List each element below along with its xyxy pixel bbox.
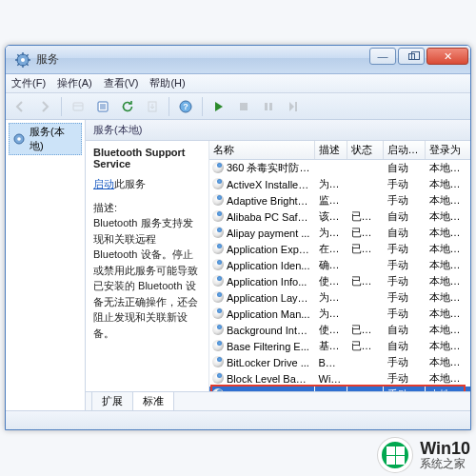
statusbar	[6, 410, 470, 429]
table-row[interactable]: Application Man...为通...手动本地系统	[209, 306, 470, 322]
tree-pane[interactable]: 服务(本地)	[6, 120, 86, 410]
cell-name: BitLocker Drive ...	[209, 354, 314, 370]
table-row[interactable]: ActiveX Installer ...为从...手动本地系统	[209, 176, 470, 192]
cell-logon: 本地服务	[425, 338, 470, 354]
cell-logon: 本地系统	[425, 354, 470, 370]
cell-startup: 手动	[383, 289, 425, 306]
cell-startup: 自动	[383, 160, 425, 177]
cell-startup: 手动	[383, 192, 425, 208]
cell-desc: 在应...	[314, 241, 347, 257]
cell-desc: Blue...	[314, 387, 347, 391]
table-row[interactable]: Block Level Back...Win...手动本地系统	[209, 370, 470, 387]
tree-item-services-local[interactable]: 服务(本地)	[9, 123, 82, 155]
table-row[interactable]: Adaptive Brightn...监视...手动本地服务	[209, 192, 470, 208]
table-row[interactable]: Alipay payment ...为支...已启动自动本地系统	[209, 225, 470, 241]
minimize-button[interactable]: —	[369, 48, 396, 65]
start-suffix: 此服务	[114, 178, 146, 189]
svg-rect-12	[265, 103, 268, 110]
main-content: Bluetooth Support Service 启动此服务 描述: Blue…	[86, 141, 470, 391]
cell-name: Block Level Back...	[209, 370, 314, 387]
cell-desc: 为从...	[314, 176, 347, 192]
watermark: Win10 系统之家	[378, 438, 470, 472]
table-row[interactable]: Base Filtering E...基本...已启动自动本地服务	[209, 338, 470, 354]
table-row[interactable]: Application Info...使用...已启动手动本地系统	[209, 273, 470, 289]
cell-startup: 手动	[383, 241, 425, 257]
cell-logon: 本地服务	[425, 192, 470, 208]
cell-status	[347, 370, 383, 387]
svg-text:?: ?	[183, 102, 188, 111]
stop-service-button	[233, 96, 254, 117]
menu-view[interactable]: 查看(V)	[104, 76, 139, 90]
tab-extended[interactable]: 扩展	[91, 392, 133, 410]
close-button[interactable]: ✕	[426, 48, 468, 65]
start-service-link[interactable]: 启动	[93, 178, 114, 189]
cell-name: Bluetooth Supp...	[209, 387, 314, 391]
cell-startup: 手动	[383, 257, 425, 273]
export-button	[142, 96, 163, 117]
start-service-button[interactable]	[208, 96, 229, 117]
cell-startup: 手动	[383, 354, 425, 370]
watermark-logo	[378, 438, 412, 472]
table-row[interactable]: Background Inte...使用...已启动自动本地系统	[209, 322, 470, 338]
col-name[interactable]: 名称	[209, 141, 314, 160]
properties-button[interactable]	[92, 96, 113, 117]
cell-logon: 本地系统	[425, 241, 470, 257]
menu-help[interactable]: 帮助(H)	[149, 76, 185, 90]
col-desc[interactable]: 描述	[314, 141, 347, 160]
col-startup[interactable]: 启动类型	[383, 141, 425, 160]
refresh-button[interactable]	[117, 96, 138, 117]
table-row[interactable]: 360 杀毒实时防护...自动本地系统	[209, 160, 470, 177]
cell-desc: 使用...	[314, 322, 347, 338]
table-row[interactable]: BitLocker Drive ...BDE...手动本地系统	[209, 354, 470, 370]
cell-startup: 手动	[383, 306, 425, 322]
table-row[interactable]: Alibaba PC Safe ...该服...已启动自动本地系统	[209, 208, 470, 225]
start-service-line: 启动此服务	[93, 177, 201, 191]
cell-desc: 为 In...	[314, 289, 347, 306]
col-logon[interactable]: 登录为	[425, 141, 470, 160]
cell-name: Alibaba PC Safe ...	[209, 208, 314, 225]
cell-name: Background Inte...	[209, 322, 314, 338]
toolbar-disabled-icon	[68, 96, 89, 117]
table-row[interactable]: Application Laye...为 In...手动本地服务	[209, 289, 470, 306]
view-tabs: 扩展 标准	[86, 391, 470, 410]
window-buttons: — ✕	[369, 48, 468, 65]
menu-action[interactable]: 操作(A)	[57, 76, 92, 90]
help-button[interactable]: ?	[175, 96, 196, 117]
titlebar[interactable]: 服务 — ✕	[6, 46, 470, 74]
col-status[interactable]: 状态	[347, 141, 383, 160]
cell-name: Application Iden...	[209, 257, 314, 273]
cell-name: Application Laye...	[209, 289, 314, 306]
back-button	[10, 96, 30, 117]
cell-status: 已启动	[347, 273, 383, 289]
cell-startup: 自动	[383, 208, 425, 225]
cell-logon: 本地系统	[425, 370, 470, 387]
forward-button	[34, 96, 55, 117]
desc-text: Bluetooth 服务支持发现和关联远程 Bluetooth 设备。停止或禁用…	[93, 215, 201, 341]
cell-name: ActiveX Installer ...	[209, 176, 314, 192]
cell-name: Adaptive Brightn...	[209, 192, 314, 208]
maximize-button[interactable]	[398, 48, 425, 65]
cell-status	[347, 306, 383, 322]
gear-icon	[12, 132, 26, 146]
description-pane: Bluetooth Support Service 启动此服务 描述: Blue…	[86, 141, 209, 391]
svg-rect-11	[240, 103, 248, 110]
services-list[interactable]: 名称 描述 状态 启动类型 登录为 360 杀毒实时防护...自动本地系统Act…	[209, 141, 470, 391]
svg-point-1	[21, 58, 25, 62]
cell-desc	[314, 160, 347, 177]
svg-point-16	[17, 137, 21, 141]
table-row[interactable]: Application Iden...确定...手动本地服务	[209, 257, 470, 273]
table-row[interactable]: Application Expe...在应...已启动手动本地系统	[209, 241, 470, 257]
cell-status	[347, 160, 383, 177]
cell-name: 360 杀毒实时防护...	[209, 160, 314, 177]
toolbar: ?	[6, 93, 470, 120]
cell-logon: 本地系统	[425, 176, 470, 192]
cell-startup: 手动	[383, 370, 425, 387]
cell-name: Base Filtering E...	[209, 338, 314, 354]
menu-file[interactable]: 文件(F)	[11, 76, 46, 90]
tab-standard[interactable]: 标准	[132, 392, 174, 410]
table-row[interactable]: Bluetooth Supp...Blue...手动本地服务	[209, 387, 470, 391]
cell-logon: 本地服务	[425, 257, 470, 273]
cell-logon: 本地服务	[425, 289, 470, 306]
selected-service-name: Bluetooth Support Service	[93, 147, 201, 169]
toolbar-sep	[61, 97, 62, 116]
